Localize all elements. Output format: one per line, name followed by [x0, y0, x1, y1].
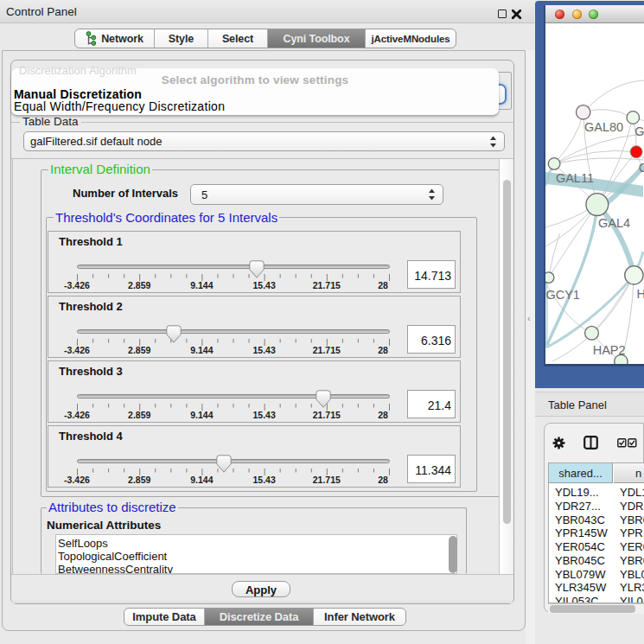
- svg-text:GA: GA: [634, 124, 644, 138]
- svg-text:GAL80: GAL80: [584, 120, 623, 134]
- svg-text:H: H: [637, 287, 644, 301]
- svg-text:GAL4: GAL4: [598, 216, 630, 230]
- svg-text:GCY1: GCY1: [545, 288, 580, 302]
- svg-text:C: C: [639, 161, 644, 175]
- svg-text:GAL11: GAL11: [556, 171, 594, 185]
- svg-text:HAP2: HAP2: [593, 343, 626, 357]
